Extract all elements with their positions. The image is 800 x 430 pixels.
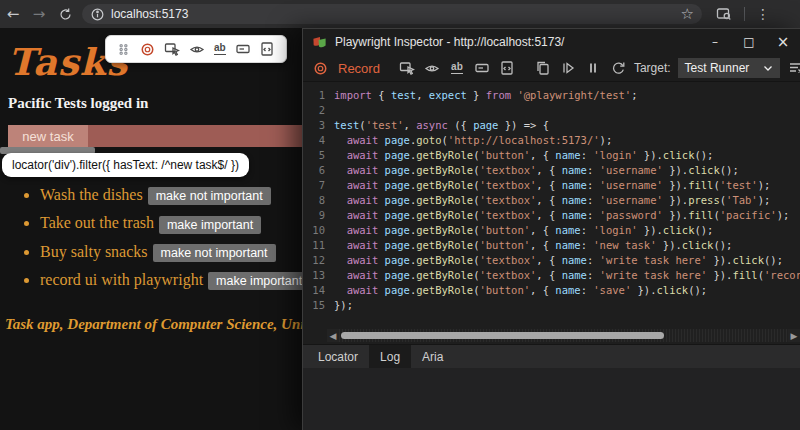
- task-text: Take out the trash: [40, 214, 154, 231]
- close-button[interactable]: ×: [766, 29, 800, 55]
- record-toggle-button[interactable]: [140, 42, 155, 57]
- task-list: Wash the dishes make not important Take …: [0, 178, 302, 299]
- code-line: 1import { test, expect } from '@playwrig…: [303, 88, 800, 103]
- drag-handle-icon[interactable]: [116, 42, 131, 57]
- aria-snapshot-button[interactable]: [498, 58, 516, 78]
- scroll-right-arrow[interactable]: ▶: [788, 331, 800, 341]
- recorder-float-toolbar: ab: [105, 35, 287, 63]
- code-line: 15});: [303, 298, 800, 313]
- code-line: 6 await page.getByRole('textbox', { name…: [303, 163, 800, 178]
- reload-button[interactable]: [52, 3, 78, 25]
- scrollbar-track[interactable]: [339, 329, 788, 342]
- toggle-importance-button[interactable]: make not important: [148, 187, 271, 205]
- login-status: Pacific Tests logged in: [8, 95, 148, 112]
- tasks-page: Tasks ab Pacific Tests logged in new tas…: [0, 28, 302, 430]
- browser-menu-button[interactable]: ⋮: [753, 6, 773, 22]
- assert-text-button[interactable]: ab: [214, 43, 226, 55]
- inspector-titlebar[interactable]: Playwright Inspector - http://localhost:…: [303, 29, 800, 55]
- toggle-importance-button[interactable]: make important: [208, 272, 302, 290]
- address-bar[interactable]: localhost:5173 ☆: [82, 4, 702, 24]
- back-button[interactable]: ←: [0, 3, 26, 25]
- tab-locator[interactable]: Locator: [307, 345, 369, 368]
- target-select[interactable]: Test Runner: [678, 58, 780, 78]
- assert-visibility-button[interactable]: [189, 41, 205, 57]
- window-title: Playwright Inspector - http://localhost:…: [335, 35, 698, 49]
- code-line: 8 await page.getByRole('textbox', { name…: [303, 193, 800, 208]
- forward-button[interactable]: →: [26, 3, 52, 25]
- browser-toolbar: ← → localhost:5173 ☆ ⋮: [0, 0, 800, 28]
- log-panel: [303, 368, 800, 430]
- task-text: record ui with playwright: [40, 271, 203, 288]
- code-line: 7 await page.getByRole('textbox', { name…: [303, 178, 800, 193]
- divider: [744, 7, 745, 21]
- aria-snapshot-button[interactable]: [259, 41, 275, 57]
- bookmark-star-icon[interactable]: ☆: [681, 5, 694, 23]
- horizontal-scrollbar[interactable]: ◀ ▶: [327, 329, 800, 342]
- scrollbar-thumb[interactable]: [341, 332, 664, 339]
- new-task-button-highlight[interactable]: new task: [8, 125, 88, 147]
- code-line: 3test('test', async ({ page }) => {: [303, 118, 800, 133]
- target-label: Target:: [634, 61, 671, 75]
- chevron-down-icon: [763, 65, 773, 72]
- code-line: 4 await page.goto('http://localhost:5173…: [303, 133, 800, 148]
- screenshot-root: ← → localhost:5173 ☆ ⋮ Tasks ab Pacific …: [0, 0, 800, 430]
- pause-button[interactable]: [584, 58, 602, 78]
- target-value: Test Runner: [685, 61, 757, 75]
- task-text: Wash the dishes: [40, 186, 143, 203]
- copy-code-button[interactable]: [534, 58, 552, 78]
- code-line: 5 await page.getByRole('button', { name:…: [303, 148, 800, 163]
- site-info-icon[interactable]: [90, 7, 105, 22]
- pick-locator-button[interactable]: [398, 58, 416, 78]
- code-editor[interactable]: 1import { test, expect } from '@playwrig…: [303, 82, 800, 329]
- playwright-inspector-window: Playwright Inspector - http://localhost:…: [302, 28, 800, 430]
- assert-visibility-button[interactable]: [423, 58, 441, 78]
- inspector-tabstrip: Locator Log Aria: [303, 344, 800, 368]
- record-button[interactable]: [311, 58, 329, 78]
- tab-search-button[interactable]: [712, 6, 736, 22]
- code-line: 9 await page.getByRole('textbox', { name…: [303, 208, 800, 223]
- page-footer: Task app, Department of Computer Science…: [5, 316, 302, 333]
- task-item: Buy salty snacks make not important: [40, 243, 302, 262]
- clear-log-button[interactable]: [787, 58, 800, 78]
- locator-tooltip: locator('div').filter({ hasText: /^new t…: [2, 153, 249, 177]
- task-text: Buy salty snacks: [40, 243, 148, 260]
- inspector-toolbar: Record ab Target: Test Runner: [303, 55, 800, 82]
- step-over-button[interactable]: [609, 58, 627, 78]
- url-text: localhost:5173: [111, 7, 681, 21]
- resume-button[interactable]: [559, 58, 577, 78]
- minimize-button[interactable]: –: [698, 29, 732, 55]
- record-label[interactable]: Record: [338, 61, 380, 76]
- tab-log[interactable]: Log: [369, 345, 411, 368]
- code-line: 14 await page.getByRole('button', { name…: [303, 283, 800, 298]
- task-item: Wash the dishes make not important: [40, 186, 302, 205]
- code-line: 10 await page.getByRole('button', { name…: [303, 223, 800, 238]
- scroll-left-arrow[interactable]: ◀: [327, 331, 339, 341]
- task-item: record ui with playwright make important: [40, 271, 302, 290]
- assert-value-button[interactable]: [473, 58, 491, 78]
- toggle-importance-button[interactable]: make important: [159, 216, 261, 234]
- code-line: 2: [303, 103, 800, 118]
- code-line: 12 await page.getByRole('textbox', { nam…: [303, 253, 800, 268]
- assert-value-button[interactable]: [235, 41, 251, 57]
- pick-locator-button[interactable]: [164, 41, 180, 57]
- tab-aria[interactable]: Aria: [411, 345, 454, 368]
- code-line: 13 await page.getByRole('textbox', { nam…: [303, 268, 800, 283]
- playwright-logo-icon: [312, 35, 327, 50]
- assert-text-button[interactable]: ab: [448, 58, 466, 78]
- code-line: 11 await page.getByRole('button', { name…: [303, 238, 800, 253]
- maximize-button[interactable]: □: [732, 29, 766, 55]
- task-item: Take out the trash make important: [40, 214, 302, 233]
- element-highlight: new task: [8, 125, 302, 147]
- toggle-importance-button[interactable]: make not important: [153, 244, 276, 262]
